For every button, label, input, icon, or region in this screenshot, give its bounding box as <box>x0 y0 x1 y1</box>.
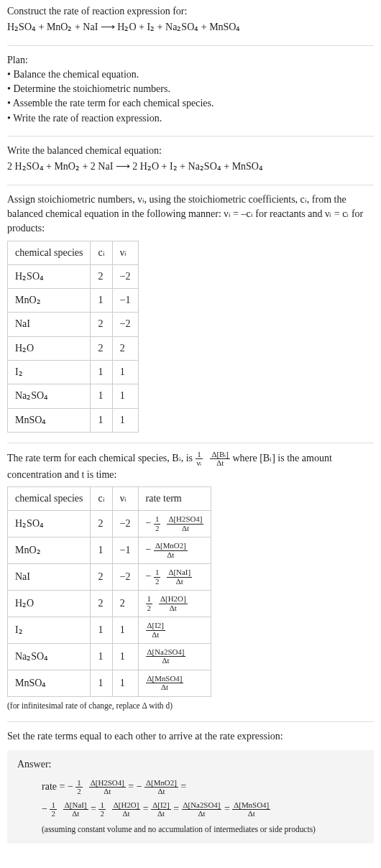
cell-species: I₂ <box>8 361 91 384</box>
equals: = <box>91 803 98 814</box>
plan-item: • Assemble the rate term for each chemic… <box>7 96 374 111</box>
rate-frac: Δ[MnSO4]Δt <box>146 675 184 692</box>
table-row: I₂ 1 1 Δ[I2]Δt <box>8 617 211 644</box>
cell-ci: 2 <box>91 336 112 360</box>
cell-species: H₂O <box>8 336 91 360</box>
frac-den: 2 <box>50 809 56 818</box>
answer-note: (assuming constant volume and no accumul… <box>17 823 364 836</box>
rate-sign: − <box>146 518 152 529</box>
rate-table-note: (for infinitesimal rate of change, repla… <box>7 700 374 712</box>
answer-title: Answer: <box>17 757 364 772</box>
term-frac: Δ[MnO2]Δt <box>144 779 178 796</box>
table-row: H₂O22 <box>8 336 139 360</box>
cell-ci: 2 <box>91 313 112 336</box>
table-row: Na₂SO₄11 <box>8 384 139 408</box>
frac-den: Δt <box>232 809 270 818</box>
col-ci: cᵢ <box>91 487 112 511</box>
table-row: I₂11 <box>8 361 139 384</box>
plan-heading: Plan: <box>7 53 374 68</box>
term-coef: 12 <box>50 801 56 818</box>
rate-frac: Δ[MnO2]Δt <box>154 542 188 559</box>
cell-species: Na₂SO₄ <box>8 384 91 408</box>
frac-den: Δt <box>146 630 165 639</box>
table-row: MnSO₄11 <box>8 408 139 432</box>
frac-den: Δt <box>159 604 187 612</box>
equals: = <box>173 803 181 814</box>
cell-ci: 2 <box>91 264 112 288</box>
col-rate: rate term <box>138 487 211 511</box>
frac-num: Δ[Bᵢ] <box>210 451 230 458</box>
frac-den: Δt <box>182 809 222 818</box>
plan-item-text: Write the rate of reaction expression. <box>13 113 162 124</box>
answer-expression: rate = − 12 Δ[H2SO4]Δt = − Δ[MnO2]Δt = −… <box>17 776 364 821</box>
cell-vi: −2 <box>112 564 138 591</box>
term-frac: Δ[I2]Δt <box>151 801 170 818</box>
plan-item-text: Balance the chemical equation. <box>13 69 139 80</box>
term-sign: − <box>42 803 47 814</box>
equals: = <box>128 781 136 792</box>
plan-item-text: Assemble the rate term for each chemical… <box>13 98 214 108</box>
term-frac: Δ[Na2SO4]Δt <box>182 801 222 818</box>
rate-frac: Δ[NaI]Δt <box>167 568 192 586</box>
cell-vi: −1 <box>112 289 138 313</box>
frac-num: 1 <box>154 515 160 523</box>
rateterm-intro-part1: The rate term for each chemical species,… <box>7 453 196 463</box>
frac-den: 2 <box>154 577 160 586</box>
cell-vi: 2 <box>112 591 138 617</box>
rate-frac: Δ[H2O]Δt <box>159 595 187 612</box>
frac-den: Δt <box>112 809 140 818</box>
cell-ci: 1 <box>91 670 112 696</box>
frac-den: νᵢ <box>196 458 203 467</box>
frac-num: Δ[H2SO4] <box>167 515 203 523</box>
cell-ci: 1 <box>91 617 112 644</box>
cell-ci: 2 <box>91 564 112 591</box>
cell-species: I₂ <box>8 617 91 644</box>
frac-num: 1 <box>98 801 105 809</box>
rate-frac: Δ[Na2SO4]Δt <box>146 648 186 665</box>
rate-table: chemical species cᵢ νᵢ rate term H₂SO₄ 2… <box>7 486 211 697</box>
frac-den: Δt <box>151 809 170 818</box>
cell-species: Na₂SO₄ <box>8 643 91 670</box>
frac-num: Δ[NaI] <box>167 568 192 576</box>
rate-coef: 12 <box>154 568 160 586</box>
table-row: Na₂SO₄ 1 1 Δ[Na2SO4]Δt <box>8 643 211 670</box>
cell-rate: − 12 Δ[H2SO4]Δt <box>138 511 211 537</box>
cell-species: NaI <box>8 313 91 336</box>
plan-item-text: Determine the stoichiometric numbers. <box>13 83 170 94</box>
rateterm-intro: The rate term for each chemical species,… <box>7 451 374 482</box>
cell-vi: 1 <box>112 384 138 408</box>
cell-ci: 2 <box>91 511 112 537</box>
col-species: chemical species <box>8 487 91 511</box>
rate-frac: Δ[I2]Δt <box>146 622 165 639</box>
rate-coef: 12 <box>154 515 160 532</box>
cell-species: MnSO₄ <box>8 670 91 696</box>
cell-species: H₂SO₄ <box>8 511 91 537</box>
cell-vi: 1 <box>112 408 138 432</box>
term-frac: Δ[H2O]Δt <box>112 801 140 818</box>
frac-num: Δ[MnSO4] <box>232 801 270 809</box>
frac-den: 2 <box>75 787 82 795</box>
cell-rate: − 12 Δ[NaI]Δt <box>138 564 211 591</box>
cell-species: MnO₂ <box>8 289 91 313</box>
cell-vi: −2 <box>112 313 138 336</box>
frac-den: 2 <box>98 809 105 818</box>
frac-num: 1 <box>196 451 203 458</box>
rate-label: rate = <box>42 781 68 792</box>
frac-num: Δ[MnO2] <box>154 542 188 550</box>
frac-den: Δt <box>89 787 126 795</box>
frac-den: Δt <box>210 458 230 467</box>
frac-num: Δ[NaI] <box>63 801 88 809</box>
cell-vi: 1 <box>112 361 138 384</box>
cell-rate: − Δ[MnO2]Δt <box>138 537 211 564</box>
cell-species: NaI <box>8 564 91 591</box>
term-frac: Δ[MnSO4]Δt <box>232 801 270 818</box>
table-row: MnO₂1−1 <box>8 289 139 313</box>
term-sign: − <box>68 781 73 792</box>
frac-num: Δ[Na2SO4] <box>146 648 186 656</box>
cell-rate: 12 Δ[H2O]Δt <box>138 591 211 617</box>
equals: = <box>224 803 232 814</box>
term-sign: − <box>137 781 142 792</box>
assign-text: Assign stoichiometric numbers, νᵢ, using… <box>7 193 374 236</box>
balanced-equation: 2 H₂SO₄ + MnO₂ + 2 NaI ⟶ 2 H₂O + I₂ + Na… <box>7 160 374 174</box>
cell-species: H₂O <box>8 591 91 617</box>
